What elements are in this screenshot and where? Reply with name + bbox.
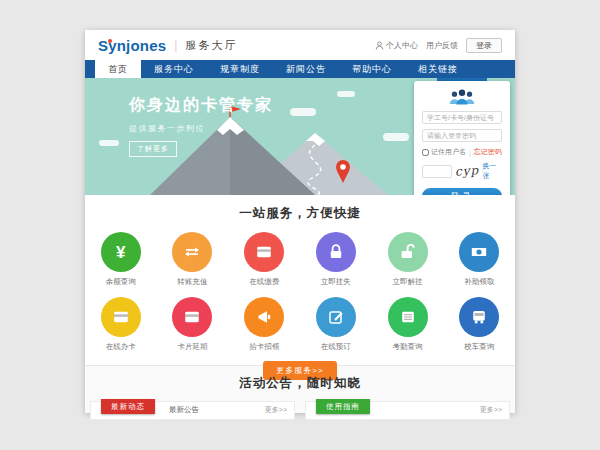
hero-cta-button[interactable]: 了解更多 (129, 141, 177, 157)
tab-latest-news[interactable]: 最新动态 (101, 399, 155, 414)
service-label: 补助领取 (443, 277, 515, 287)
hero-copy: 你身边的卡管专家 提供服务一步到位 了解更多 (129, 95, 273, 157)
username-input[interactable] (422, 111, 502, 124)
card-icon (101, 297, 141, 337)
unlock-icon (388, 232, 428, 272)
nav-item-rules[interactable]: 规章制度 (207, 60, 273, 78)
remember-checkbox[interactable] (422, 149, 429, 156)
site-name: 服务大厅 (185, 38, 237, 53)
services-row-1: ¥ 余额查询 转账充值 在线缴费 立即挂失 (85, 232, 515, 287)
forgot-password-link[interactable]: 忘记密码 (474, 147, 502, 157)
service-label: 在线办卡 (85, 342, 157, 352)
feedback-link[interactable]: 用户反馈 (426, 40, 458, 51)
personal-center-label: 个人中心 (386, 40, 418, 51)
header-login-button[interactable]: 登录 (466, 38, 502, 53)
captcha-input[interactable] (422, 165, 452, 178)
nav-item-service-center[interactable]: 服务中心 (141, 60, 207, 78)
megaphone-icon (244, 297, 284, 337)
cloud-decoration (99, 140, 119, 146)
bus-icon (459, 297, 499, 337)
personal-center-link[interactable]: 个人中心 (375, 40, 418, 51)
services-row-2: 在线办卡 卡片延期 拾卡招领 在线预订 (85, 297, 515, 352)
services-section: 一站服务，方便快捷 ¥ 余额查询 转账充值 在线缴费 (85, 195, 515, 365)
guide-panel: 使用指南 更多>> (305, 401, 510, 420)
feedback-label: 用户反馈 (426, 40, 458, 51)
service-report-loss[interactable]: 立即挂失 (300, 232, 372, 287)
remember-row: 记住用户名 | 忘记密码 (422, 147, 502, 157)
news-panel: 最新动态 最新公告 更多>> (90, 401, 295, 420)
banknote-icon (459, 232, 499, 272)
remember-label: 记住用户名 (431, 147, 466, 157)
hero-headline: 你身边的卡管专家 (129, 95, 273, 116)
service-apply-card[interactable]: 在线办卡 (85, 297, 157, 352)
service-label: 在线缴费 (228, 277, 300, 287)
captcha-row: cyp 换一张 (422, 161, 502, 181)
cloud-decoration (337, 91, 355, 97)
services-title: 一站服务，方便快捷 (85, 195, 515, 222)
hero-subtitle: 提供服务一步到位 (129, 123, 273, 134)
service-label: 卡片延期 (157, 342, 229, 352)
main-nav: 首页 服务中心 规章制度 新闻公告 帮助中心 相关链接 (85, 60, 515, 78)
cloud-decoration (383, 133, 409, 141)
service-transfer[interactable]: 转账充值 (157, 232, 229, 287)
users-icon (422, 88, 502, 105)
service-label: 在线预订 (300, 342, 372, 352)
service-online-booking[interactable]: 在线预订 (300, 297, 372, 352)
login-panel: 登录 记住用户名 | 忘记密码 (414, 78, 510, 195)
logo-accent-dot (108, 39, 112, 43)
service-label: 校车查询 (443, 342, 515, 352)
tab-user-guide[interactable]: 使用指南 (316, 399, 370, 414)
service-label: 转账充值 (157, 277, 229, 287)
logo-divider: | (174, 38, 177, 52)
guide-more-link[interactable]: 更多>> (480, 402, 502, 417)
captcha-refresh-link[interactable]: 换一张 (482, 161, 502, 181)
separator: | (469, 149, 471, 156)
edit-icon (316, 297, 356, 337)
top-bar: Synjones | 服务大厅 个人中心 用户反馈 登录 (85, 30, 515, 60)
service-label: 立即挂失 (300, 277, 372, 287)
password-input[interactable] (422, 129, 502, 142)
cloud-decoration (290, 108, 316, 116)
service-school-bus[interactable]: 校车查询 (443, 297, 515, 352)
nav-item-news[interactable]: 新闻公告 (273, 60, 339, 78)
tab-latest-announcements[interactable]: 最新公告 (169, 402, 199, 417)
service-subsidy[interactable]: 补助领取 (443, 232, 515, 287)
nav-item-help-center[interactable]: 帮助中心 (339, 60, 405, 78)
service-online-payment[interactable]: 在线缴费 (228, 232, 300, 287)
transfer-icon (172, 232, 212, 272)
service-unlock-card[interactable]: 立即解挂 (372, 232, 444, 287)
card-icon (244, 232, 284, 272)
yen-icon: ¥ (101, 232, 141, 272)
synjones-logo[interactable]: Synjones (98, 37, 166, 54)
hero-banner: 你身边的卡管专家 提供服务一步到位 了解更多 登录 (85, 78, 515, 195)
announcement-panels: 最新动态 最新公告 更多>> 使用指南 更多>> (85, 401, 515, 420)
lock-icon (316, 232, 356, 272)
service-balance[interactable]: ¥ 余额查询 (85, 232, 157, 287)
news-more-link[interactable]: 更多>> (265, 402, 287, 417)
service-card-extension[interactable]: 卡片延期 (157, 297, 229, 352)
service-attendance[interactable]: 考勤查询 (372, 297, 444, 352)
nav-item-home[interactable]: 首页 (95, 60, 141, 78)
card-icon (172, 297, 212, 337)
top-bar-right: 个人中心 用户反馈 登录 (375, 38, 502, 53)
portal-page: Synjones | 服务大厅 个人中心 用户反馈 登录 首页 服务中心 规章制… (85, 30, 515, 413)
service-label: 拾卡招领 (228, 342, 300, 352)
person-icon (375, 41, 384, 50)
captcha-image[interactable]: cyp (455, 163, 480, 179)
nav-item-related-links[interactable]: 相关链接 (405, 60, 471, 78)
service-label: 立即解挂 (372, 277, 444, 287)
list-icon (388, 297, 428, 337)
login-form: 记住用户名 | 忘记密码 cyp 换一张 登录 (414, 81, 510, 195)
service-lost-found[interactable]: 拾卡招领 (228, 297, 300, 352)
login-submit-button[interactable]: 登录 (422, 188, 502, 195)
service-label: 余额查询 (85, 277, 157, 287)
service-label: 考勤查询 (372, 342, 444, 352)
